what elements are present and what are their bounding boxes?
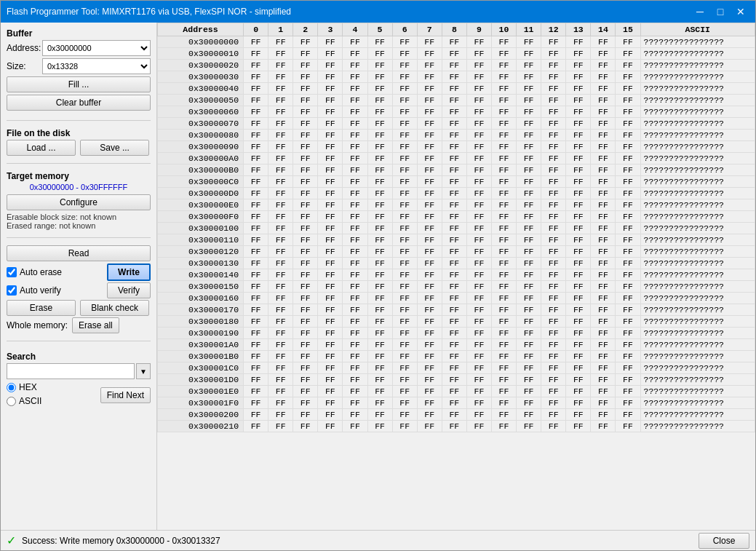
hex-cell[interactable]: FF bbox=[318, 328, 343, 339]
hex-cell[interactable]: FF bbox=[491, 409, 516, 421]
hex-cell[interactable]: FF bbox=[591, 258, 616, 269]
hex-cell[interactable]: FF bbox=[417, 421, 442, 432]
hex-cell[interactable]: FF bbox=[367, 328, 392, 339]
hex-cell[interactable]: FF bbox=[343, 95, 367, 106]
hex-cell[interactable]: FF bbox=[616, 316, 640, 328]
hex-cell[interactable]: FF bbox=[293, 106, 318, 118]
hex-cell[interactable]: FF bbox=[566, 36, 591, 48]
hex-cell[interactable]: FF bbox=[491, 71, 516, 83]
hex-cell[interactable]: FF bbox=[367, 339, 392, 351]
hex-cell[interactable]: FF bbox=[566, 246, 591, 258]
hex-cell[interactable]: FF bbox=[293, 269, 318, 281]
hex-cell[interactable]: FF bbox=[491, 386, 516, 397]
hex-cell[interactable]: FF bbox=[268, 328, 293, 339]
hex-cell[interactable]: FF bbox=[343, 293, 367, 304]
hex-cell[interactable]: FF bbox=[417, 328, 442, 339]
hex-cell[interactable]: FF bbox=[517, 234, 541, 246]
write-button[interactable]: Write bbox=[107, 263, 151, 281]
hex-cell[interactable]: FF bbox=[268, 223, 293, 234]
hex-cell[interactable]: FF bbox=[491, 164, 516, 176]
hex-cell[interactable]: FF bbox=[442, 304, 466, 316]
hex-cell[interactable]: FF bbox=[417, 48, 442, 60]
size-select[interactable]: 0x13328 bbox=[42, 58, 151, 74]
hex-cell[interactable]: FF bbox=[318, 48, 343, 60]
hex-cell[interactable]: FF bbox=[517, 176, 541, 188]
hex-cell[interactable]: FF bbox=[293, 95, 318, 106]
hex-cell[interactable]: FF bbox=[244, 199, 268, 211]
hex-cell[interactable]: FF bbox=[491, 328, 516, 339]
hex-cell[interactable]: FF bbox=[591, 188, 616, 199]
hex-cell[interactable]: FF bbox=[268, 199, 293, 211]
hex-cell[interactable]: FF bbox=[591, 153, 616, 164]
hex-cell[interactable]: FF bbox=[417, 211, 442, 223]
hex-cell[interactable]: FF bbox=[591, 71, 616, 83]
hex-cell[interactable]: FF bbox=[517, 141, 541, 153]
hex-cell[interactable]: FF bbox=[616, 328, 640, 339]
clear-buffer-button[interactable]: Clear buffer bbox=[7, 95, 151, 111]
hex-cell[interactable]: FF bbox=[392, 223, 417, 234]
hex-cell[interactable]: FF bbox=[517, 130, 541, 141]
hex-cell[interactable]: FF bbox=[591, 339, 616, 351]
hex-cell[interactable]: FF bbox=[367, 48, 392, 60]
hex-cell[interactable]: FF bbox=[244, 316, 268, 328]
hex-cell[interactable]: FF bbox=[442, 199, 466, 211]
hex-cell[interactable]: FF bbox=[466, 71, 491, 83]
hex-cell[interactable]: FF bbox=[318, 258, 343, 269]
hex-cell[interactable]: FF bbox=[268, 246, 293, 258]
hex-cell[interactable]: FF bbox=[343, 328, 367, 339]
hex-cell[interactable]: FF bbox=[616, 153, 640, 164]
hex-cell[interactable]: FF bbox=[517, 328, 541, 339]
hex-cell[interactable]: FF bbox=[541, 83, 566, 95]
hex-cell[interactable]: FF bbox=[268, 374, 293, 386]
hex-cell[interactable]: FF bbox=[417, 199, 442, 211]
hex-cell[interactable]: FF bbox=[541, 316, 566, 328]
hex-cell[interactable]: FF bbox=[566, 83, 591, 95]
hex-cell[interactable]: FF bbox=[293, 176, 318, 188]
address-select[interactable]: 0x30000000 bbox=[42, 40, 151, 56]
hex-cell[interactable]: FF bbox=[318, 409, 343, 421]
hex-cell[interactable]: FF bbox=[392, 130, 417, 141]
hex-cell[interactable]: FF bbox=[318, 36, 343, 48]
hex-cell[interactable]: FF bbox=[466, 362, 491, 374]
hex-cell[interactable]: FF bbox=[367, 199, 392, 211]
hex-cell[interactable]: FF bbox=[566, 339, 591, 351]
hex-cell[interactable]: FF bbox=[343, 106, 367, 118]
hex-cell[interactable]: FF bbox=[318, 246, 343, 258]
hex-cell[interactable]: FF bbox=[517, 304, 541, 316]
hex-cell[interactable]: FF bbox=[541, 199, 566, 211]
hex-cell[interactable]: FF bbox=[541, 36, 566, 48]
hex-cell[interactable]: FF bbox=[343, 223, 367, 234]
hex-cell[interactable]: FF bbox=[442, 269, 466, 281]
hex-cell[interactable]: FF bbox=[293, 36, 318, 48]
hex-cell[interactable]: FF bbox=[442, 421, 466, 432]
hex-cell[interactable]: FF bbox=[541, 164, 566, 176]
hex-cell[interactable]: FF bbox=[343, 246, 367, 258]
hex-cell[interactable]: FF bbox=[367, 409, 392, 421]
hex-cell[interactable]: FF bbox=[318, 223, 343, 234]
hex-cell[interactable]: FF bbox=[616, 71, 640, 83]
hex-cell[interactable]: FF bbox=[566, 71, 591, 83]
hex-cell[interactable]: FF bbox=[343, 339, 367, 351]
hex-cell[interactable]: FF bbox=[367, 36, 392, 48]
hex-cell[interactable]: FF bbox=[293, 374, 318, 386]
hex-cell[interactable]: FF bbox=[541, 48, 566, 60]
hex-cell[interactable]: FF bbox=[343, 48, 367, 60]
hex-cell[interactable]: FF bbox=[268, 316, 293, 328]
auto-verify-checkbox[interactable] bbox=[7, 285, 17, 296]
hex-cell[interactable]: FF bbox=[293, 281, 318, 293]
hex-cell[interactable]: FF bbox=[244, 130, 268, 141]
hex-cell[interactable]: FF bbox=[318, 130, 343, 141]
hex-cell[interactable]: FF bbox=[244, 211, 268, 223]
hex-cell[interactable]: FF bbox=[591, 130, 616, 141]
hex-cell[interactable]: FF bbox=[244, 339, 268, 351]
hex-cell[interactable]: FF bbox=[466, 293, 491, 304]
hex-cell[interactable]: FF bbox=[466, 153, 491, 164]
hex-cell[interactable]: FF bbox=[293, 362, 318, 374]
hex-cell[interactable]: FF bbox=[442, 223, 466, 234]
hex-cell[interactable]: FF bbox=[566, 118, 591, 130]
hex-cell[interactable]: FF bbox=[541, 374, 566, 386]
hex-cell[interactable]: FF bbox=[392, 83, 417, 95]
hex-cell[interactable]: FF bbox=[244, 386, 268, 397]
hex-cell[interactable]: FF bbox=[466, 374, 491, 386]
hex-cell[interactable]: FF bbox=[417, 281, 442, 293]
